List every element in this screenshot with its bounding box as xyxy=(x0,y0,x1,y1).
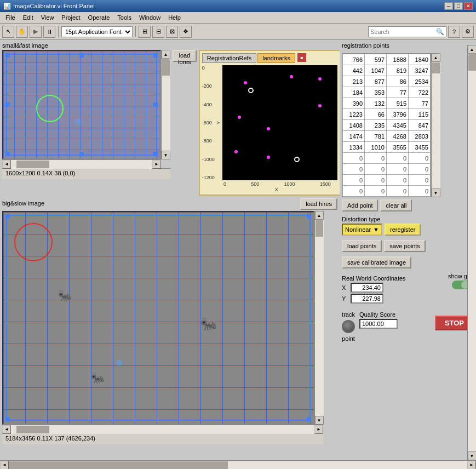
reg-scroll-track[interactable] xyxy=(432,62,440,188)
scroll-up-btn[interactable]: ▲ xyxy=(162,50,170,59)
minimize-button[interactable]: ─ xyxy=(444,2,453,10)
menu-help[interactable]: Help xyxy=(165,13,184,22)
menu-view[interactable]: View xyxy=(38,13,58,22)
big-scroll-thumb[interactable] xyxy=(316,220,323,237)
table-row[interactable]: 1334101035653455 xyxy=(343,142,431,153)
menu-edit[interactable]: Edit xyxy=(20,13,37,22)
small-image-container[interactable]: ⊕ xyxy=(2,50,161,159)
scroll-track-h[interactable] xyxy=(11,160,152,169)
big-image-vscrollbar[interactable]: ▲ ▼ xyxy=(314,211,323,425)
reg-scroll-thumb[interactable] xyxy=(432,62,440,73)
big-h-scroll-thumb[interactable] xyxy=(16,426,49,433)
table-row[interactable]: 213877862534 xyxy=(343,76,431,87)
main-h-track[interactable] xyxy=(9,461,467,465)
table-row[interactable]: 0000 xyxy=(343,153,431,164)
main-scroll-right[interactable]: ► xyxy=(467,461,476,465)
table-row[interactable]: 76659718881840 xyxy=(343,54,431,65)
table-cell: 184 xyxy=(343,87,365,98)
main-hscrollbar[interactable]: ◄ ► xyxy=(0,460,476,464)
small-image-hscrollbar[interactable]: ◄ ► xyxy=(2,159,161,168)
save-points-button[interactable]: save points xyxy=(384,240,426,252)
load-hires-button[interactable]: load hires xyxy=(300,198,337,210)
reg-points-table-scroll[interactable]: 7665971888184044210478193247213877862534… xyxy=(342,53,431,197)
table-cell: 0 xyxy=(365,164,387,175)
menu-project[interactable]: Project xyxy=(58,13,83,22)
toolbar-align-btn[interactable]: ⊞ xyxy=(139,26,151,38)
toolbar-order-btn[interactable]: ⊠ xyxy=(166,26,178,38)
toolbar-run-btn[interactable]: ▶ xyxy=(30,26,42,38)
big-scroll-right[interactable]: ► xyxy=(314,425,323,434)
reg-table-vscrollbar[interactable]: ▲ ▼ xyxy=(431,53,440,197)
main-scroll-thumb[interactable] xyxy=(468,54,476,71)
distortion-value: Nonlinear xyxy=(345,226,371,233)
main-scroll-left[interactable]: ◄ xyxy=(0,461,9,465)
reg-scroll-up[interactable]: ▲ xyxy=(432,53,440,62)
main-vscrollbar[interactable]: ▲ ▼ xyxy=(467,45,476,460)
small-image-scroll-container: ⊕ xyxy=(2,50,170,159)
table-row[interactable]: 0000 xyxy=(343,164,431,175)
main-scroll-up[interactable]: ▲ xyxy=(468,45,477,54)
table-cell: 0 xyxy=(365,186,387,197)
table-row[interactable]: 39013291577 xyxy=(343,98,431,109)
table-row[interactable]: 44210478193247 xyxy=(343,65,431,76)
distortion-dropdown[interactable]: Nonlinear ▼ xyxy=(342,224,382,236)
font-selector[interactable]: 15pt Application Font xyxy=(61,26,133,37)
big-h-scroll-track[interactable] xyxy=(11,425,314,434)
big-scroll-left[interactable]: ◄ xyxy=(2,425,11,434)
small-image-section: small&fast image ⊕ xyxy=(2,42,337,196)
search-icon[interactable]: 🔍 xyxy=(436,28,444,36)
ant-2: 🐜 xyxy=(200,316,217,331)
toolbar-dist-btn[interactable]: ⊟ xyxy=(152,26,164,38)
plot-dot-3 xyxy=(318,77,322,81)
table-row[interactable]: 147478142682803 xyxy=(343,131,431,142)
tab-registration-refs[interactable]: RegistrationRefs xyxy=(202,53,256,63)
scroll-left-btn[interactable]: ◄ xyxy=(2,160,11,169)
y-coord-value: 227.98 xyxy=(351,294,383,304)
toolbar-arrow-btn[interactable]: ↖ xyxy=(2,26,14,38)
scroll-down-btn[interactable]: ▼ xyxy=(162,151,170,159)
load-lores-button[interactable]: load lores xyxy=(173,50,197,62)
main-scroll-down[interactable]: ▼ xyxy=(468,451,477,460)
scroll-thumb-h[interactable] xyxy=(16,161,49,168)
menu-file[interactable]: File xyxy=(2,13,19,22)
big-scroll-up[interactable]: ▲ xyxy=(315,211,324,220)
main-scroll-track[interactable] xyxy=(468,54,477,451)
save-calibrated-button[interactable]: save calibrated image xyxy=(342,256,411,268)
table-row[interactable]: 14082354345847 xyxy=(343,120,431,131)
reregister-button[interactable]: reregister xyxy=(385,224,421,236)
plot-dot-1 xyxy=(244,81,247,84)
big-scroll-track[interactable] xyxy=(315,220,324,416)
reg-scroll-down[interactable]: ▼ xyxy=(432,188,440,197)
menu-operate[interactable]: Operate xyxy=(85,13,113,22)
menu-window[interactable]: Window xyxy=(136,13,164,22)
add-point-button[interactable]: Add point xyxy=(342,199,378,211)
maximize-button[interactable]: □ xyxy=(454,2,463,10)
table-row[interactable]: 0000 xyxy=(343,186,431,197)
scroll-track[interactable] xyxy=(162,59,170,151)
scroll-right-btn[interactable]: ► xyxy=(152,160,161,169)
toolbar-extra-btn[interactable]: ⚙ xyxy=(462,26,474,38)
table-cell: 3796 xyxy=(387,109,409,120)
big-image-hscrollbar[interactable]: ◄ ► xyxy=(2,425,323,433)
small-image-vscrollbar[interactable]: ▲ ▼ xyxy=(161,50,170,159)
tab-landmarks[interactable]: landmarks xyxy=(257,53,295,63)
load-points-button[interactable]: load points xyxy=(342,240,382,252)
close-button[interactable]: ✕ xyxy=(464,2,473,10)
toolbar-group-btn[interactable]: ❖ xyxy=(180,26,192,38)
big-scroll-down[interactable]: ▼ xyxy=(315,416,324,425)
table-row[interactable]: 0000 xyxy=(343,175,431,186)
toolbar-help-btn[interactable]: ? xyxy=(448,26,460,38)
big-image-container[interactable]: 🐜 🐜 🐜 ⊕ xyxy=(2,211,314,425)
main-h-thumb[interactable] xyxy=(9,461,228,465)
toolbar-pause-btn[interactable]: ⏸ xyxy=(43,26,55,38)
clear-all-button[interactable]: clear all xyxy=(380,199,412,211)
search-input[interactable] xyxy=(370,28,436,35)
track-knob[interactable] xyxy=(342,320,355,333)
add-clear-row: Add point clear all xyxy=(342,199,474,211)
toolbar-hand-btn[interactable]: ✋ xyxy=(16,26,28,38)
table-row[interactable]: 1223663796115 xyxy=(343,109,431,120)
plot-area[interactable] xyxy=(222,65,337,180)
scroll-thumb[interactable] xyxy=(162,59,170,76)
table-row[interactable]: 18435377722 xyxy=(343,87,431,98)
menu-tools[interactable]: Tools xyxy=(114,13,135,22)
